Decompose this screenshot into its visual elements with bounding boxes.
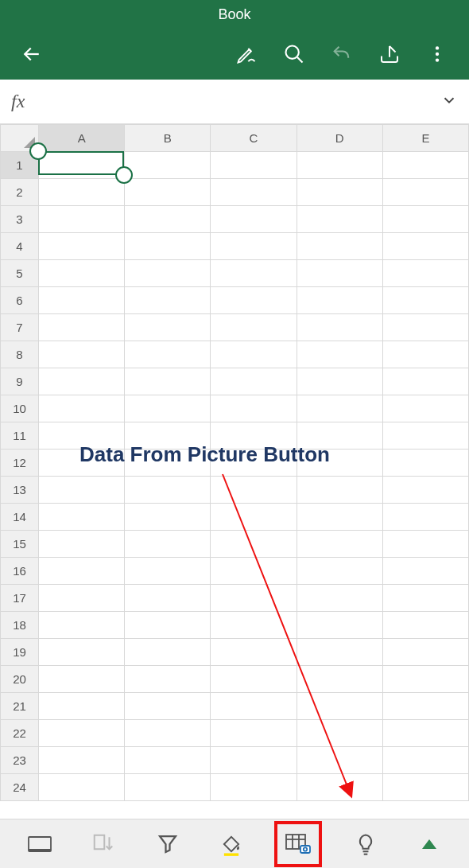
- cell[interactable]: [297, 693, 382, 720]
- cell[interactable]: [211, 747, 297, 774]
- row-header-20[interactable]: 20: [1, 666, 39, 693]
- cell[interactable]: [297, 720, 382, 747]
- cell[interactable]: [211, 368, 297, 395]
- row-header-4[interactable]: 4: [1, 233, 39, 260]
- cell[interactable]: [39, 287, 125, 314]
- cell[interactable]: [211, 341, 297, 368]
- cell[interactable]: [39, 233, 125, 260]
- cell[interactable]: [297, 233, 382, 260]
- column-header-C[interactable]: C: [211, 125, 297, 152]
- cell[interactable]: [39, 260, 125, 287]
- cell[interactable]: [39, 206, 125, 233]
- row-header-6[interactable]: 6: [1, 287, 39, 314]
- cell[interactable]: [125, 206, 211, 233]
- cell[interactable]: [382, 774, 468, 801]
- cell[interactable]: [125, 152, 211, 179]
- cell[interactable]: [297, 179, 382, 206]
- data-from-picture-button[interactable]: [274, 821, 322, 867]
- cell[interactable]: [211, 774, 297, 801]
- formula-input[interactable]: [34, 86, 440, 118]
- cell[interactable]: [39, 639, 125, 666]
- cell[interactable]: [211, 477, 297, 504]
- cell[interactable]: [211, 558, 297, 585]
- cell[interactable]: [211, 531, 297, 558]
- row-header-7[interactable]: 7: [1, 314, 39, 341]
- row-header-22[interactable]: 22: [1, 720, 39, 747]
- cell[interactable]: [125, 747, 211, 774]
- cell[interactable]: [382, 666, 468, 693]
- cell[interactable]: [382, 422, 468, 450]
- cell[interactable]: [297, 314, 382, 341]
- draw-button[interactable]: [227, 35, 266, 73]
- cell[interactable]: [125, 233, 211, 260]
- cell[interactable]: [382, 368, 468, 395]
- ideas-button[interactable]: [345, 823, 386, 865]
- undo-button[interactable]: [323, 35, 361, 73]
- cell[interactable]: [297, 287, 382, 314]
- cell[interactable]: [382, 612, 468, 639]
- share-button[interactable]: [370, 35, 409, 73]
- row-header-16[interactable]: 16: [1, 558, 39, 585]
- cell[interactable]: [39, 558, 125, 585]
- cell[interactable]: [125, 720, 211, 747]
- cell[interactable]: [211, 206, 297, 233]
- row-header-12[interactable]: 12: [1, 450, 39, 477]
- cell[interactable]: [297, 585, 382, 612]
- cell[interactable]: [39, 504, 125, 531]
- cell[interactable]: [211, 314, 297, 341]
- cell[interactable]: [382, 558, 468, 585]
- cell[interactable]: [211, 720, 297, 747]
- cell[interactable]: [382, 395, 468, 422]
- selection-handle-top-left[interactable]: [29, 142, 47, 160]
- column-header-D[interactable]: D: [297, 125, 382, 152]
- cell[interactable]: [297, 747, 382, 774]
- row-header-5[interactable]: 5: [1, 260, 39, 287]
- cell[interactable]: [382, 314, 468, 341]
- cell[interactable]: [382, 179, 468, 206]
- cell[interactable]: [211, 504, 297, 531]
- cell[interactable]: [211, 233, 297, 260]
- cell[interactable]: [211, 260, 297, 287]
- column-header-E[interactable]: E: [382, 125, 468, 152]
- cell[interactable]: [297, 504, 382, 531]
- cell[interactable]: [125, 314, 211, 341]
- cell[interactable]: [39, 152, 125, 179]
- card-view-button[interactable]: [19, 823, 60, 865]
- cell[interactable]: [125, 260, 211, 287]
- cell[interactable]: [125, 639, 211, 666]
- cell[interactable]: [382, 639, 468, 666]
- row-header-17[interactable]: 17: [1, 585, 39, 612]
- cell[interactable]: [211, 639, 297, 666]
- cell[interactable]: [39, 314, 125, 341]
- row-header-24[interactable]: 24: [1, 774, 39, 801]
- cell[interactable]: [382, 233, 468, 260]
- cell[interactable]: [125, 179, 211, 206]
- expand-ribbon-button[interactable]: [409, 823, 450, 865]
- cell[interactable]: [125, 531, 211, 558]
- cell[interactable]: [39, 666, 125, 693]
- column-header-B[interactable]: B: [125, 125, 211, 152]
- cell[interactable]: [382, 747, 468, 774]
- cell[interactable]: [211, 612, 297, 639]
- cell[interactable]: [39, 612, 125, 639]
- row-header-3[interactable]: 3: [1, 206, 39, 233]
- cell[interactable]: [125, 612, 211, 639]
- cell[interactable]: [382, 477, 468, 504]
- fill-color-button[interactable]: [211, 823, 252, 865]
- cell[interactable]: [297, 612, 382, 639]
- cell[interactable]: [125, 368, 211, 395]
- sheet-area[interactable]: A B C D E 1 2 3 4 5 6 7 8 9 10 11 12 13 …: [0, 124, 469, 819]
- cell[interactable]: [297, 152, 382, 179]
- cell[interactable]: [297, 395, 382, 422]
- cell[interactable]: [125, 693, 211, 720]
- cell[interactable]: [125, 287, 211, 314]
- more-button[interactable]: [418, 35, 456, 73]
- cell[interactable]: [211, 179, 297, 206]
- cell[interactable]: [382, 720, 468, 747]
- row-header-21[interactable]: 21: [1, 693, 39, 720]
- cell[interactable]: [125, 477, 211, 504]
- cell[interactable]: [125, 666, 211, 693]
- row-header-10[interactable]: 10: [1, 395, 39, 422]
- cell[interactable]: [297, 260, 382, 287]
- row-header-23[interactable]: 23: [1, 747, 39, 774]
